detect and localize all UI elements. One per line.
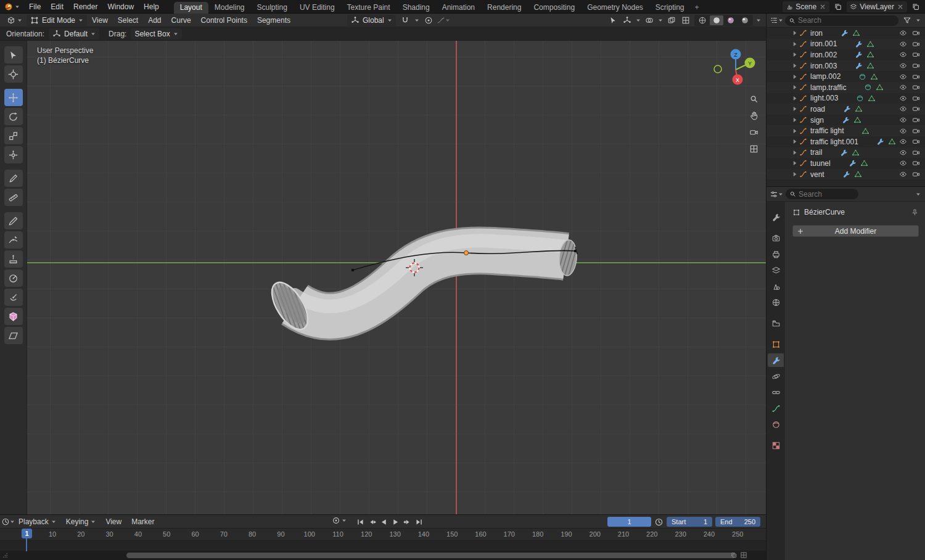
properties-tab-scene[interactable] [768, 279, 784, 293]
tool-move-button[interactable] [4, 89, 23, 106]
tool-curve-pen-button[interactable] [4, 231, 23, 249]
add-workspace-button[interactable]: + [691, 2, 704, 14]
corner-grip-icon[interactable] [2, 552, 9, 559]
tab-shading[interactable]: Shading [397, 2, 436, 14]
camera-icon[interactable] [912, 94, 920, 102]
disclosure-icon[interactable] [792, 30, 797, 36]
eye-icon[interactable] [899, 116, 907, 124]
disclosure-icon[interactable] [792, 41, 797, 47]
outliner-row[interactable]: traffic light.001 [767, 136, 925, 147]
tab-rendering[interactable]: Rendering [481, 2, 527, 14]
auto-keying-toggle[interactable] [332, 516, 347, 525]
mode-selector[interactable]: Edit Mode [27, 15, 87, 26]
camera-icon[interactable] [912, 40, 920, 48]
outliner-row[interactable]: iron [767, 28, 925, 39]
camera-icon[interactable] [912, 170, 920, 178]
eye-icon[interactable] [899, 40, 907, 48]
menu-playback[interactable]: Playback [14, 515, 61, 529]
render-preview-toggle[interactable] [680, 15, 691, 26]
outliner-row[interactable]: iron.001 [767, 39, 925, 50]
properties-tab-object[interactable] [768, 337, 784, 351]
camera-icon[interactable] [912, 62, 920, 70]
properties-tab-material[interactable] [768, 418, 784, 431]
properties-tab-modifiers[interactable] [768, 353, 784, 367]
blender-menu-button[interactable] [0, 0, 24, 14]
orientation-setting-dropdown[interactable]: Default [49, 28, 99, 39]
tab-uv-editing[interactable]: UV Editing [294, 2, 341, 14]
tab-animation[interactable]: Animation [436, 2, 481, 14]
tool-select-box-button[interactable] [4, 46, 23, 64]
properties-tab-tool[interactable] [768, 210, 784, 224]
close-icon[interactable] [819, 3, 826, 10]
viewport-canvas[interactable]: User Perspective (1) BézierCurve Z Y X [0, 41, 766, 514]
menu-marker[interactable]: Marker [126, 515, 159, 529]
tool-tilt-button[interactable] [4, 289, 23, 306]
disclosure-icon[interactable] [792, 139, 797, 144]
camera-icon[interactable] [912, 83, 920, 91]
curve-endpoint[interactable] [574, 250, 577, 252]
disclosure-icon[interactable] [792, 128, 797, 134]
timeline-overlay-icon[interactable] [730, 551, 738, 559]
eye-icon[interactable] [899, 73, 907, 81]
camera-icon[interactable] [912, 127, 920, 135]
properties-search[interactable] [786, 189, 858, 199]
tool-shear-button[interactable] [4, 327, 23, 344]
tab-layout[interactable]: Layout [174, 2, 208, 14]
new-viewlayer-button[interactable] [910, 1, 921, 12]
tab-scripting[interactable]: Scripting [649, 2, 691, 14]
current-frame-field[interactable]: 1 [607, 517, 651, 527]
outliner-search-input[interactable] [798, 16, 895, 25]
eye-icon[interactable] [899, 51, 907, 59]
curve-control-point[interactable] [464, 251, 469, 255]
outliner-row[interactable]: light.003 [767, 93, 925, 104]
scene-selector[interactable]: Scene [783, 1, 829, 12]
clock-icon[interactable] [654, 517, 664, 527]
disclosure-icon[interactable] [792, 106, 797, 112]
outliner-search[interactable] [785, 15, 898, 26]
show-gizmos-toggle[interactable] [622, 15, 633, 26]
tool-randomize-button[interactable] [4, 308, 23, 325]
menu-view[interactable]: View [101, 515, 126, 529]
xray-toggle[interactable] [666, 15, 677, 26]
playhead[interactable]: 1 [22, 529, 32, 538]
editor-type-button[interactable] [2, 14, 27, 27]
camera-icon[interactable] [912, 105, 920, 113]
ortho-toggle-button[interactable] [747, 142, 760, 155]
new-scene-button[interactable] [832, 1, 844, 12]
tool-extrude-button[interactable] [4, 250, 23, 268]
scrollbar-handle[interactable] [126, 553, 736, 558]
pin-icon[interactable] [911, 208, 919, 216]
editor-type-button[interactable] [2, 516, 14, 527]
camera-icon[interactable] [912, 149, 920, 157]
properties-search-input[interactable] [799, 190, 855, 199]
menu-window[interactable]: Window [102, 0, 139, 14]
properties-tab-physics[interactable] [768, 369, 784, 383]
properties-tab-view-layer[interactable] [768, 263, 784, 277]
menu-select[interactable]: Select [113, 14, 143, 27]
camera-icon[interactable] [912, 73, 920, 81]
camera-icon[interactable] [912, 29, 920, 37]
tool-measure-button[interactable] [4, 189, 23, 206]
chevron-left-icon[interactable] [916, 18, 921, 23]
properties-tab-constraints[interactable] [768, 385, 784, 399]
tool-scale-button[interactable] [4, 127, 23, 144]
outliner-row[interactable]: vent [767, 169, 925, 180]
outliner-row[interactable]: road [767, 104, 925, 115]
outliner-row[interactable]: lamp.traffic [767, 82, 925, 93]
disclosure-icon[interactable] [792, 63, 797, 68]
tool-transform-button[interactable] [4, 146, 23, 163]
eye-icon[interactable] [899, 159, 907, 167]
properties-tab-render[interactable] [768, 231, 784, 245]
properties-tab-output[interactable] [768, 247, 784, 261]
tool-annotate-button[interactable] [4, 170, 23, 187]
tool-cursor-button[interactable] [4, 65, 23, 83]
properties-tab-collection[interactable] [768, 316, 784, 330]
menu-curve[interactable]: Curve [166, 14, 196, 27]
viewlayer-selector[interactable]: ViewLayer [847, 1, 907, 12]
shading-material-button[interactable] [724, 15, 738, 25]
play-button[interactable] [390, 517, 401, 527]
falloff-selector[interactable] [438, 15, 449, 26]
eye-icon[interactable] [899, 94, 907, 102]
axis-neg-y-handle[interactable] [714, 65, 722, 73]
tab-compositing[interactable]: Compositing [527, 2, 581, 14]
